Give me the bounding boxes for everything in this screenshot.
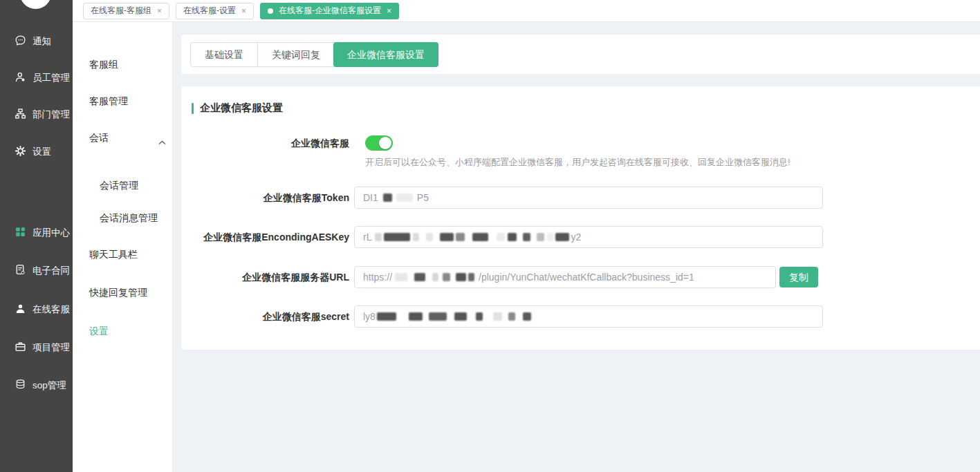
- sidebar-item-label: 在线客服: [33, 303, 70, 316]
- server-url-label: 企业微信客服服务器URL: [181, 266, 349, 288]
- wecom-toggle-label: 企业微信客服: [181, 138, 349, 148]
- secret-input[interactable]: ly8: [354, 305, 823, 328]
- redacted-block: [414, 273, 425, 281]
- secret-label: 企业微信客服secret: [181, 305, 349, 328]
- tab-basic-settings[interactable]: 基础设置: [191, 43, 257, 66]
- redacted-block: [468, 273, 474, 281]
- sidebar-item-label: 电子合同: [33, 265, 70, 277]
- sidebar-item-sop[interactable]: sop管理: [15, 377, 66, 394]
- department-tree-icon: [15, 108, 26, 122]
- window-tab-label: 在线客服-设置: [183, 5, 236, 17]
- sidebar-item-settings[interactable]: 设置: [15, 144, 51, 160]
- token-value-suffix: P5: [417, 192, 429, 203]
- close-icon[interactable]: ×: [241, 7, 246, 15]
- sidebar-item-label: 设置: [33, 146, 51, 158]
- aeskey-value-suffix: y2: [571, 232, 581, 243]
- main-sidebar: 通知 员工管理 部门管理 设置 应用中心 电子合同 在线客服 项: [0, 0, 73, 472]
- settings-tabs-card: 基础设置 关键词回复 企业微信客服设置: [181, 35, 980, 74]
- menu-item-service-groups[interactable]: 客服组: [89, 59, 118, 71]
- token-input[interactable]: DI1 P5: [354, 187, 823, 209]
- wecom-service-toggle[interactable]: [365, 135, 393, 151]
- redacted-block: [429, 312, 447, 321]
- employee-icon: [15, 71, 26, 85]
- contract-doc-icon: [15, 264, 26, 278]
- sidebar-item-e-contract[interactable]: 电子合同: [15, 263, 70, 279]
- redacted-block: [537, 233, 544, 241]
- menu-item-settings[interactable]: 设置: [89, 325, 109, 338]
- briefcase-icon: [15, 341, 26, 355]
- redacted-block: [409, 312, 423, 321]
- menu-item-chat-toolbar[interactable]: 聊天工具栏: [89, 249, 138, 261]
- section-title: 企业微信客服设置: [200, 102, 283, 115]
- customer-service-icon: [15, 303, 26, 317]
- sidebar-item-notifications[interactable]: 通知: [15, 33, 51, 50]
- close-icon[interactable]: ×: [157, 7, 162, 15]
- sidebar-item-label: 员工管理: [33, 72, 70, 84]
- redacted-block: [523, 233, 530, 241]
- menu-item-session-message-management[interactable]: 会话消息管理: [100, 212, 158, 225]
- sidebar-item-label: 通知: [33, 35, 51, 48]
- sidebar-item-departments[interactable]: 部门管理: [15, 106, 70, 123]
- active-dot-icon: [268, 8, 273, 14]
- redacted-block: [493, 312, 502, 321]
- redacted-block: [432, 273, 438, 281]
- sidebar-item-online-service[interactable]: 在线客服: [15, 301, 70, 318]
- redacted-block: [472, 233, 488, 241]
- sidebar-item-label: 部门管理: [33, 108, 70, 121]
- close-icon[interactable]: ×: [387, 7, 391, 15]
- redacted-block: [523, 312, 531, 321]
- sidebar-item-projects[interactable]: 项目管理: [15, 339, 70, 356]
- window-tab-wecom-settings[interactable]: 在线客服-企业微信客服设置 ×: [260, 3, 399, 19]
- sidebar-item-employees[interactable]: 员工管理: [15, 70, 70, 86]
- sidebar-item-label: 项目管理: [33, 341, 70, 354]
- redacted-block: [456, 273, 466, 281]
- window-tab-service-group[interactable]: 在线客服-客服组 ×: [83, 3, 169, 19]
- redacted-block: [456, 233, 465, 241]
- main-content: 基础设置 关键词回复 企业微信客服设置 企业微信客服设置 企业微信客服 开启后可…: [173, 22, 980, 472]
- redacted-block: [476, 312, 483, 321]
- server-url-input[interactable]: https:// /plugin/YunChat/wechatKfCallbac…: [354, 266, 776, 288]
- toggle-knob: [379, 137, 391, 149]
- url-value-prefix: https://: [363, 272, 392, 283]
- url-value-suffix: /plugin/YunChat/wechatKfCallback?busines…: [479, 272, 694, 283]
- gear-icon: [15, 145, 26, 159]
- redacted-block: [440, 233, 454, 241]
- message-bubble-icon: [15, 35, 26, 48]
- redacted-block: [508, 233, 517, 241]
- chevron-up-icon: [158, 136, 166, 147]
- wecom-toggle-hint: 开启后可以在公众号、小程序端配置企业微信客服，用户发起咨询在线客服可接收、回复企…: [365, 156, 791, 169]
- menu-group-label: 会话: [89, 132, 109, 143]
- section-accent-bar: [192, 103, 194, 114]
- redacted-block: [413, 233, 419, 241]
- redacted-block: [443, 273, 450, 281]
- aeskey-label: 企业微信客服EncondingAESKey: [181, 226, 349, 248]
- redacted-block: [396, 193, 413, 202]
- redacted-block: [426, 233, 433, 241]
- sidebar-item-app-center[interactable]: 应用中心: [15, 225, 70, 241]
- redacted-block: [395, 273, 407, 281]
- menu-item-quick-reply[interactable]: 快捷回复管理: [89, 287, 147, 299]
- tab-keyword-reply[interactable]: 关键词回复: [257, 43, 334, 66]
- app-grid-icon: [15, 226, 26, 240]
- menu-item-session-management[interactable]: 会话管理: [100, 180, 138, 192]
- copy-button[interactable]: 复制: [779, 267, 818, 287]
- redacted-block: [377, 312, 396, 321]
- logo: [20, 0, 51, 9]
- aeskey-input[interactable]: rL y2: [354, 226, 823, 248]
- app-window: 通知 员工管理 部门管理 设置 应用中心 电子合同 在线客服 项: [0, 0, 980, 472]
- token-value-prefix: DI1: [363, 192, 378, 203]
- menu-item-service-management[interactable]: 客服管理: [89, 95, 128, 108]
- menu-item-sessions-group[interactable]: 会话: [89, 132, 169, 144]
- window-tab-label: 在线客服-企业微信客服设置: [279, 5, 381, 17]
- window-tab-settings[interactable]: 在线客服-设置 ×: [176, 3, 254, 19]
- redacted-block: [375, 233, 382, 241]
- database-icon: [15, 379, 26, 393]
- redacted-block: [497, 233, 505, 241]
- redacted-block: [384, 233, 410, 241]
- window-tab-bar: 在线客服-客服组 × 在线客服-设置 × 在线客服-企业微信客服设置 ×: [73, 0, 980, 22]
- tab-wecom-service-settings[interactable]: 企业微信客服设置: [333, 42, 438, 67]
- aeskey-value-prefix: rL: [363, 232, 371, 243]
- settings-tab-group: 基础设置 关键词回复 企业微信客服设置: [190, 42, 438, 67]
- redacted-block: [454, 312, 467, 321]
- sidebar-item-label: sop管理: [33, 379, 66, 392]
